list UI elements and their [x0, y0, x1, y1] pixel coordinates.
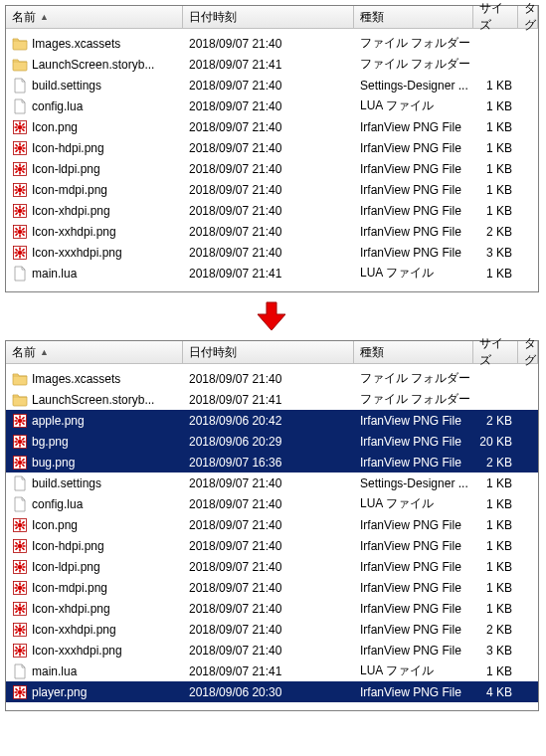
file-name: Icon.png	[32, 120, 78, 134]
file-type: IrfanView PNG File	[360, 644, 461, 658]
cell-date: 2018/09/06 20:30	[183, 685, 354, 699]
file-row[interactable]: Icon-mdpi.png 2018/09/07 21:40 IrfanView…	[6, 577, 538, 598]
file-name: Icon-mdpi.png	[32, 581, 107, 595]
cell-type: IrfanView PNG File	[354, 120, 473, 134]
cell-name: player.png	[6, 684, 183, 700]
cell-type: IrfanView PNG File	[354, 204, 473, 218]
file-type: IrfanView PNG File	[360, 246, 461, 260]
cell-size: 1 KB	[473, 539, 518, 553]
cell-size: 1 KB	[473, 476, 518, 490]
file-date: 2018/09/07 21:41	[189, 664, 281, 678]
file-date: 2018/09/07 21:40	[189, 518, 281, 532]
file-row[interactable]: Images.xcassets 2018/09/07 21:40 ファイル フォ…	[6, 33, 538, 54]
file-row[interactable]: Icon-mdpi.png 2018/09/07 21:40 IrfanView…	[6, 179, 538, 200]
file-row[interactable]: Icon.png 2018/09/07 21:40 IrfanView PNG …	[6, 514, 538, 535]
file-row[interactable]: Icon-ldpi.png 2018/09/07 21:40 IrfanView…	[6, 158, 538, 179]
svg-rect-14	[15, 147, 18, 149]
header-label: サイズ	[479, 335, 511, 369]
cell-type: IrfanView PNG File	[354, 518, 473, 532]
file-row[interactable]: Icon-xxxhdpi.png 2018/09/07 21:40 IrfanV…	[6, 640, 538, 661]
svg-rect-114	[15, 545, 18, 547]
file-type: IrfanView PNG File	[360, 225, 461, 239]
file-date: 2018/09/07 21:40	[189, 372, 281, 386]
file-type: IrfanView PNG File	[360, 581, 461, 595]
svg-rect-12	[19, 142, 21, 145]
sort-asc-icon: ▲	[40, 12, 49, 22]
file-row[interactable]: Images.xcassets 2018/09/07 21:40 ファイル フォ…	[6, 368, 538, 389]
file-row[interactable]: Icon-ldpi.png 2018/09/07 21:40 IrfanView…	[6, 556, 538, 577]
file-row[interactable]: apple.png 2018/09/06 20:42 IrfanView PNG…	[6, 410, 538, 431]
file-row[interactable]: build.settings 2018/09/07 21:40 Settings…	[6, 472, 538, 493]
file-row[interactable]: main.lua 2018/09/07 21:41 LUA ファイル 1 KB	[6, 661, 538, 681]
svg-point-111	[18, 543, 22, 547]
cell-type: LUA ファイル	[354, 97, 473, 114]
svg-rect-174	[15, 691, 18, 693]
svg-rect-62	[19, 247, 21, 250]
column-header-name[interactable]: 名前 ▲	[6, 6, 183, 28]
cell-date: 2018/09/07 21:40	[183, 372, 354, 386]
file-name: build.settings	[32, 79, 101, 93]
svg-point-71	[18, 418, 22, 422]
cell-size: 3 KB	[473, 644, 518, 658]
file-row[interactable]: config.lua 2018/09/07 21:40 LUA ファイル 1 K…	[6, 95, 538, 116]
svg-rect-172	[19, 686, 21, 689]
column-header-size[interactable]: サイズ	[473, 341, 518, 363]
file-row[interactable]: build.settings 2018/09/07 21:40 Settings…	[6, 75, 538, 95]
svg-rect-154	[15, 629, 18, 631]
svg-rect-143	[19, 611, 21, 614]
column-header-tag[interactable]: タグ	[518, 341, 538, 363]
column-header-tag[interactable]: タグ	[518, 6, 538, 28]
file-name: Icon-mdpi.png	[32, 183, 107, 197]
file-name: main.lua	[32, 267, 77, 281]
file-rows: Images.xcassets 2018/09/07 21:40 ファイル フォ…	[6, 364, 538, 710]
svg-rect-83	[19, 444, 21, 447]
file-row[interactable]: Icon.png 2018/09/07 21:40 IrfanView PNG …	[6, 116, 538, 137]
file-row[interactable]: Icon-hdpi.png 2018/09/07 21:40 IrfanView…	[6, 137, 538, 158]
column-header-type[interactable]: 種類	[354, 341, 473, 363]
file-row[interactable]: player.png 2018/09/06 20:30 IrfanView PN…	[6, 681, 538, 702]
file-row[interactable]: bg.png 2018/09/06 20:29 IrfanView PNG Fi…	[6, 431, 538, 452]
svg-rect-65	[23, 252, 26, 254]
svg-point-41	[18, 208, 22, 212]
file-row[interactable]: Icon-xxxhdpi.png 2018/09/07 21:40 IrfanV…	[6, 242, 538, 263]
cell-type: IrfanView PNG File	[354, 685, 473, 699]
file-row[interactable]: LaunchScreen.storyb... 2018/09/07 21:41 …	[6, 389, 538, 410]
file-row[interactable]: LaunchScreen.storyb... 2018/09/07 21:41 …	[6, 54, 538, 75]
file-row[interactable]: Icon-hdpi.png 2018/09/07 21:40 IrfanView…	[6, 535, 538, 556]
cell-name: bg.png	[6, 434, 183, 450]
column-header-date[interactable]: 日付時刻	[183, 341, 354, 363]
column-header-date[interactable]: 日付時刻	[183, 6, 354, 28]
file-date: 2018/09/07 21:40	[189, 246, 281, 260]
svg-rect-64	[15, 252, 18, 254]
header-label: 名前	[12, 344, 36, 361]
file-name: Icon.png	[32, 518, 78, 532]
svg-rect-142	[19, 603, 21, 606]
header-label: 日付時刻	[189, 344, 237, 361]
cell-name: Icon-ldpi.png	[6, 161, 183, 177]
column-header-size[interactable]: サイズ	[473, 6, 518, 28]
file-row[interactable]: bug.png 2018/09/07 16:36 IrfanView PNG F…	[6, 452, 538, 472]
cell-date: 2018/09/07 21:41	[183, 267, 354, 281]
svg-rect-133	[19, 590, 21, 593]
file-row[interactable]: Icon-xxhdpi.png 2018/09/07 21:40 IrfanVi…	[6, 619, 538, 640]
file-row[interactable]: Icon-xhdpi.png 2018/09/07 21:40 IrfanVie…	[6, 598, 538, 619]
cell-size: 1 KB	[473, 518, 518, 532]
column-header-name[interactable]: 名前 ▲	[6, 341, 183, 363]
file-row[interactable]: Icon-xxhdpi.png 2018/09/07 21:40 IrfanVi…	[6, 221, 538, 242]
svg-rect-93	[19, 465, 21, 468]
file-row[interactable]: main.lua 2018/09/07 21:41 LUA ファイル 1 KB	[6, 263, 538, 284]
file-size: 3 KB	[486, 246, 512, 260]
cell-type: IrfanView PNG File	[354, 581, 473, 595]
file-type: IrfanView PNG File	[360, 623, 461, 637]
svg-rect-102	[19, 519, 21, 522]
header-label: タグ	[524, 0, 536, 34]
file-row[interactable]: config.lua 2018/09/07 21:40 LUA ファイル 1 K…	[6, 493, 538, 514]
svg-point-121	[18, 564, 22, 568]
column-header-type[interactable]: 種類	[354, 6, 473, 28]
svg-point-61	[18, 250, 22, 254]
png-file-icon	[12, 684, 28, 700]
cell-size: 1 KB	[473, 99, 518, 113]
png-file-icon	[12, 643, 28, 659]
file-row[interactable]: Icon-xhdpi.png 2018/09/07 21:40 IrfanVie…	[6, 200, 538, 221]
png-file-icon	[12, 161, 28, 177]
